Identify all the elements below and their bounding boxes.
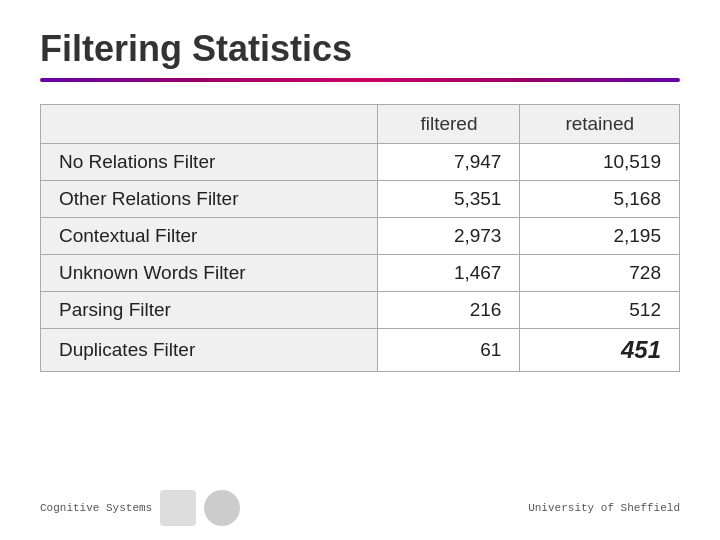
col-header-retained: retained [520,105,680,144]
row-filtered: 2,973 [378,218,520,255]
table-row: No Relations Filter7,94710,519 [41,144,680,181]
row-label: No Relations Filter [41,144,378,181]
logo-icon-2 [204,490,240,526]
row-retained: 5,168 [520,181,680,218]
table-container: filtered retained No Relations Filter7,9… [40,104,680,372]
footer: Cognitive Systems University of Sheffiel… [40,490,680,526]
row-filtered: 1,467 [378,255,520,292]
logo-icon-1 [160,490,196,526]
footer-right-text: University of Sheffield [528,502,680,514]
table-header-row: filtered retained [41,105,680,144]
col-header-filtered: filtered [378,105,520,144]
row-retained: 728 [520,255,680,292]
table-body: No Relations Filter7,94710,519Other Rela… [41,144,680,372]
title-area: Filtering Statistics [40,0,680,78]
divider [40,78,680,82]
row-retained: 451 [520,329,680,372]
row-label: Unknown Words Filter [41,255,378,292]
page: Filtering Statistics filtered retained N… [0,0,720,540]
row-label: Parsing Filter [41,292,378,329]
footer-left: Cognitive Systems [40,490,240,526]
table-row: Unknown Words Filter1,467728 [41,255,680,292]
page-title: Filtering Statistics [40,28,680,70]
row-label: Contextual Filter [41,218,378,255]
row-filtered: 5,351 [378,181,520,218]
table-row: Other Relations Filter5,3515,168 [41,181,680,218]
row-filtered: 7,947 [378,144,520,181]
row-label: Duplicates Filter [41,329,378,372]
row-label: Other Relations Filter [41,181,378,218]
footer-left-text: Cognitive Systems [40,502,152,514]
stats-table: filtered retained No Relations Filter7,9… [40,104,680,372]
col-header-label [41,105,378,144]
row-filtered: 61 [378,329,520,372]
row-retained: 2,195 [520,218,680,255]
footer-right: University of Sheffield [528,502,680,514]
row-retained: 512 [520,292,680,329]
row-filtered: 216 [378,292,520,329]
table-row: Duplicates Filter61451 [41,329,680,372]
row-retained: 10,519 [520,144,680,181]
table-row: Parsing Filter216512 [41,292,680,329]
table-row: Contextual Filter2,9732,195 [41,218,680,255]
